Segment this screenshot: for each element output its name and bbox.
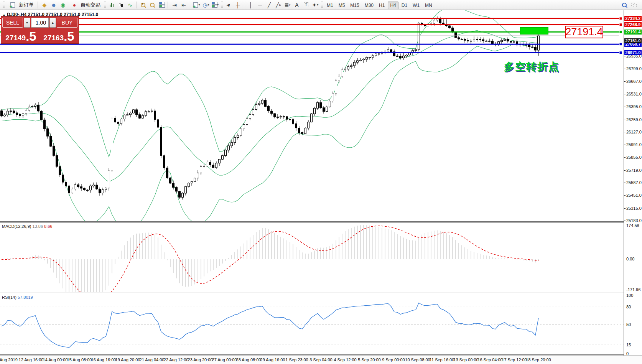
- time-tick: 22 Aug 12:00: [164, 357, 189, 362]
- time-tick: 19 Aug 20:00: [115, 357, 140, 362]
- trendline-icon[interactable]: ╱: [265, 1, 274, 9]
- rsi-axis-label: 50: [626, 322, 631, 327]
- bar-chart-icon[interactable]: [107, 1, 116, 9]
- time-tick: 1 Sep 23:00: [285, 357, 308, 362]
- volume-down-button[interactable]: ▼: [24, 18, 30, 28]
- annotation-text[interactable]: 多空转折点: [504, 60, 560, 74]
- main-chart[interactable]: [0, 10, 624, 222]
- period-clock-icon[interactable]: ◷▾: [201, 1, 211, 9]
- line-chart-icon[interactable]: ∿: [125, 1, 135, 9]
- time-tick: 21 Aug 04:00: [140, 357, 165, 362]
- auto-trading-icon: ●: [70, 1, 79, 9]
- price-tick: 26531.0: [626, 92, 642, 96]
- time-tick: 9 Sep 00:00: [382, 357, 405, 362]
- rsi-axis-label: 80: [626, 305, 631, 309]
- highlight-rectangle[interactable]: [520, 27, 548, 35]
- time-tick: 11 Sep 16:00: [430, 357, 454, 362]
- timeframe-M5[interactable]: M5: [336, 2, 347, 9]
- auto-trading-label: 自动交易: [81, 2, 100, 8]
- time-tick: 16 Sep 04:00: [477, 357, 502, 362]
- timeframe-M30[interactable]: M30: [362, 2, 376, 9]
- price-tick: 25451.0: [626, 193, 642, 198]
- price-tick: 25855.0: [626, 155, 642, 160]
- price-tick: 25587.0: [626, 180, 642, 185]
- toolbar-grip: [3, 2, 5, 8]
- arrows-tool-icon[interactable]: ✦▾: [311, 1, 320, 9]
- macd-panel[interactable]: [0, 223, 624, 292]
- rsi-axis-label: 0: [626, 351, 629, 356]
- timeframe-H1[interactable]: H1: [377, 2, 387, 9]
- market-watch-icon[interactable]: ◆: [40, 1, 49, 9]
- time-tick: 5 Sep 20:00: [358, 357, 380, 362]
- rsi-label: RSI(14) 57.8019: [2, 295, 33, 300]
- price-tick: 26799.0: [626, 66, 642, 71]
- horizontal-line-icon[interactable]: ─: [255, 1, 265, 9]
- sell-price[interactable]: 27149.5: [2, 29, 40, 42]
- candlestick-chart-icon[interactable]: [116, 1, 125, 9]
- level-price-badge: 26971.0: [624, 50, 642, 55]
- rsi-axis-label: 15: [626, 343, 631, 347]
- macd-axis-label: 0.00: [626, 257, 634, 261]
- search-icon[interactable]: [620, 1, 629, 9]
- time-tick: 9 Aug 2019: [0, 357, 18, 362]
- one-click-trade-panel: SELL ▼ ▲ BUY 27149.5 27163.5: [1, 16, 79, 44]
- time-tick: 17 Sep 12:00: [502, 357, 527, 362]
- zoom-in-icon[interactable]: +: [138, 1, 148, 9]
- timeframe-group: M1M5M15M30H1H4D1W1MN: [324, 2, 435, 8]
- buy-price[interactable]: 27163.5: [40, 29, 77, 42]
- price-callout-label[interactable]: 27191.4: [565, 26, 603, 38]
- time-tick: 14 Aug 00:00: [43, 357, 68, 362]
- time-axis[interactable]: 9 Aug 201912 Aug 16:0014 Aug 00:0015 Aug…: [0, 356, 642, 364]
- new-order-icon: +: [8, 1, 17, 9]
- time-tick: 27 Aug 00:00: [212, 357, 237, 362]
- panel-separator[interactable]: [0, 221, 642, 223]
- crosshair-icon[interactable]: ┼: [233, 1, 242, 9]
- panel-separator[interactable]: [0, 293, 642, 294]
- timeframe-W1[interactable]: W1: [410, 2, 422, 9]
- template-icon[interactable]: ▾: [211, 1, 220, 9]
- time-tick: 3 Sep 04:00: [309, 357, 332, 362]
- timeframe-MN[interactable]: MN: [423, 2, 435, 9]
- new-order-label: 新订单: [19, 2, 34, 8]
- new-order-button[interactable]: + 新订单: [6, 0, 36, 10]
- volume-input[interactable]: [31, 18, 49, 28]
- tile-windows-icon[interactable]: [157, 1, 166, 9]
- chart-shift-icon[interactable]: ⇤: [179, 1, 188, 9]
- time-tick: 16 Aug 16:00: [91, 357, 116, 362]
- chat-icon[interactable]: [629, 1, 638, 9]
- timeframe-M1[interactable]: M1: [324, 2, 336, 9]
- time-tick: 13 Sep 00:00: [453, 357, 478, 362]
- vertical-line-icon[interactable]: │: [246, 1, 255, 9]
- price-tick: 26395.0: [626, 104, 642, 109]
- terminal-icon[interactable]: ☻: [49, 1, 58, 9]
- time-tick: 29 Aug 16:00: [260, 357, 285, 362]
- time-tick: 4 Sep 12:00: [334, 357, 356, 362]
- zoom-out-icon[interactable]: −: [148, 1, 157, 9]
- add-indicator-icon[interactable]: +▾: [192, 1, 201, 9]
- time-tick: 23 Aug 20:00: [188, 357, 213, 362]
- text-icon[interactable]: A: [292, 1, 301, 9]
- auto-trading-button[interactable]: ● 自动交易: [67, 0, 103, 10]
- macd-label: MACD(12,26,9) 13.86 8.66: [2, 224, 53, 229]
- toolbar: + 新订单 ◆ ☻ ◉ ● 自动交易 ∿ + − ⇥ ⇤ +▾ ◷▾ ▾ ➤ ┼…: [0, 0, 642, 10]
- level-price-badge: 27334.2: [624, 16, 642, 21]
- time-tick: 12 Aug 16:00: [19, 357, 44, 362]
- signals-icon[interactable]: ◉: [58, 1, 67, 9]
- current-price-badge: 27151.0: [624, 38, 642, 43]
- rsi-panel[interactable]: [0, 294, 624, 354]
- price-tick: 25183.0: [626, 218, 642, 223]
- volume-up-button[interactable]: ▲: [49, 18, 56, 28]
- timeframe-H4[interactable]: H4: [388, 2, 398, 9]
- buy-button[interactable]: BUY: [57, 18, 77, 28]
- equidistant-channel-icon[interactable]: ╱E: [274, 1, 283, 9]
- text-label-icon[interactable]: T: [301, 1, 311, 9]
- sell-button[interactable]: SELL: [2, 18, 23, 28]
- fibonacci-icon[interactable]: ≣F: [283, 1, 292, 9]
- timeframe-M15[interactable]: M15: [348, 2, 361, 9]
- price-tick: 25719.0: [626, 168, 642, 173]
- auto-scroll-icon[interactable]: ⇥: [170, 1, 179, 9]
- macd-axis-label: -171.96: [626, 287, 640, 292]
- timeframe-D1[interactable]: D1: [399, 2, 410, 9]
- price-axis[interactable]: 26935.026799.026667.026531.026395.026259…: [624, 10, 642, 356]
- price-tick: 25991.0: [626, 142, 642, 147]
